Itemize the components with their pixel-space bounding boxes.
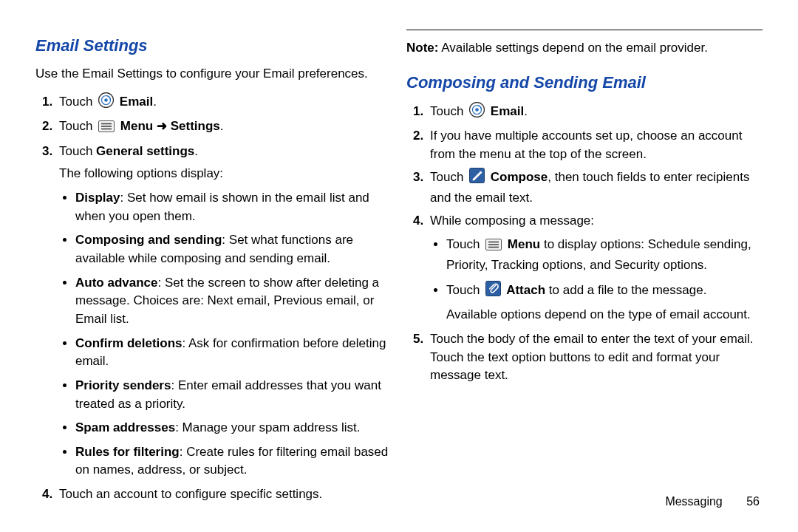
step-3-pre: Touch (59, 144, 96, 158)
cb-menu: Touch Menu to display options: Schedule … (446, 236, 763, 274)
cb-attach-sub: Available options depend on the type of … (446, 306, 763, 324)
step-1: Touch Email. (56, 92, 392, 114)
opt-spam-rest: : Manage your spam address list. (175, 420, 360, 434)
rstep-3: Touch Compose, then touch fields to ente… (427, 168, 763, 207)
step-2-pre: Touch (59, 119, 96, 133)
note: Note: Available settings depend on the e… (406, 39, 763, 58)
opt-spam-bold: Spam addresses (75, 420, 175, 434)
email-icon (98, 92, 114, 114)
rstep-3-pre: Touch (430, 170, 467, 184)
step-2-menu: Menu (117, 119, 157, 133)
attach-icon (485, 281, 501, 302)
step-1-pre: Touch (59, 95, 96, 109)
right-column: Note: Available settings depend on the e… (406, 30, 763, 508)
cb-menu-pre: Touch (446, 237, 483, 251)
step-3-suf: . (194, 144, 198, 158)
opt-priority-senders: Priority senders: Enter email addresses … (75, 377, 392, 413)
rstep-1-pre: Touch (430, 104, 467, 118)
step-3-bold: General settings (96, 144, 194, 158)
step-2-settings: Settings (171, 119, 220, 133)
rstep-1-suf: . (524, 104, 528, 118)
opt-confirm-deletions: Confirm deletions: Ask for confirmation … (75, 335, 392, 371)
heading-composing: Composing and Sending Email (406, 71, 763, 95)
email-icon (469, 102, 485, 123)
opt-display: Display: Set how email is shown in the e… (75, 189, 392, 225)
menu-icon (98, 120, 115, 138)
cb-attach-rest: to add a file to the message. (545, 283, 706, 297)
note-bold: Note: (406, 41, 438, 55)
footer: Messaging 56 (665, 493, 760, 510)
step-4: Touch an account to configure specific s… (56, 485, 392, 504)
compose-icon (469, 168, 485, 189)
heading-email-settings: Email Settings (35, 34, 392, 58)
cb-attach-pre: Touch (446, 283, 483, 297)
opt-rules-filtering: Rules for filtering: Create rules for fi… (75, 443, 392, 480)
menu-icon (485, 238, 502, 256)
cb-menu-bold: Menu (504, 237, 540, 251)
compose-sub-bullets: Touch Menu to display options: Schedule … (430, 236, 763, 324)
general-settings-options: Display: Set how email is shown in the e… (59, 189, 392, 480)
opt-confirm-bold: Confirm deletions (75, 336, 183, 350)
opt-priority-bold: Priority senders (75, 378, 171, 392)
rstep-1: Touch Email. (427, 102, 763, 123)
rstep-2: If you have multiple accounts set up, ch… (427, 127, 763, 163)
opt-display-rest: : Set how email is shown in the email li… (75, 191, 369, 223)
step-1-suf: . (153, 95, 157, 109)
rstep-4: While composing a message: Touch Menu to… (427, 212, 763, 324)
footer-page: 56 (746, 495, 760, 508)
opt-auto-advance-bold: Auto advance (75, 276, 157, 290)
cb-attach-bold: Attach (503, 283, 545, 297)
step-2-suf: . (220, 119, 224, 133)
intro-text: Use the Email Settings to configure your… (35, 65, 392, 83)
footer-section: Messaging (665, 495, 722, 508)
opt-spam-addresses: Spam addresses: Manage your spam address… (75, 419, 392, 437)
opt-rules-bold: Rules for filtering (75, 445, 180, 459)
email-settings-steps: Touch Email. Touch Menu ➜ Settings. Touc… (35, 92, 392, 504)
opt-display-bold: Display (75, 191, 120, 205)
step-1-bold: Email (116, 95, 153, 109)
step-3-sub: The following options display: (59, 165, 392, 183)
opt-composing: Composing and sending: Set what function… (75, 231, 392, 267)
step-2: Touch Menu ➜ Settings. (56, 117, 392, 138)
rstep-3-bold: Compose (487, 170, 548, 184)
cb-attach: Touch Attach to add a file to the messag… (446, 281, 763, 324)
note-rest: Available settings depend on the email p… (438, 41, 708, 55)
opt-auto-advance: Auto advance: Set the screen to show aft… (75, 274, 392, 329)
step-2-arrow: ➜ (157, 119, 171, 133)
rstep-1-bold: Email (487, 104, 524, 118)
step-3: Touch General settings. The following op… (56, 143, 392, 480)
rstep-5: Touch the body of the email to enter the… (427, 330, 763, 385)
composing-steps: Touch Email. If you have multiple accoun… (406, 102, 763, 385)
rstep-4-text: While composing a message: (430, 214, 594, 228)
opt-composing-bold: Composing and sending (75, 233, 222, 247)
left-column: Email Settings Use the Email Settings to… (35, 30, 392, 508)
